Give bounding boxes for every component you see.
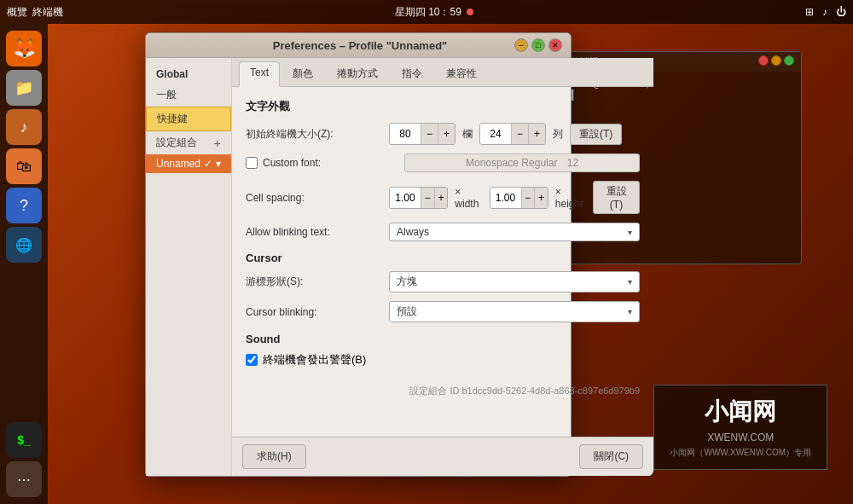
taskbar: 概覽 終端機 星期四 10：59 ⊞ ♪ ⏻	[0, 0, 853, 24]
rows-spinbox: − +	[479, 123, 546, 145]
sidebar-item-general[interactable]: 一般	[146, 84, 231, 107]
cell-height-plus-btn[interactable]: +	[534, 188, 548, 208]
taskbar-right: ⊞ ♪ ⏻	[805, 6, 846, 18]
cursor-shape-select[interactable]: 方塊 ▾	[389, 271, 640, 293]
add-profile-button[interactable]: +	[214, 136, 221, 150]
blink-value: Always	[397, 226, 429, 238]
dialog-content: Global 一般 快捷鍵 設定組合 + Unnamed ✓ ▾ Te	[146, 58, 571, 476]
tab-colors[interactable]: 顏色	[281, 61, 324, 86]
dock-help[interactable]: ?	[6, 188, 42, 223]
dock-apps[interactable]: ⋯	[6, 461, 42, 497]
watermark: 小闻网 XWENW.COM 小闻网（WWW.XWENW.COM）专用	[653, 385, 827, 470]
terminal-menu[interactable]: 終端機	[32, 5, 63, 20]
tab-scroll[interactable]: 捲動方式	[326, 61, 389, 86]
cursor-shape-label: 游標形狀(S):	[246, 275, 382, 289]
datetime: 星期四 10：59	[395, 6, 461, 18]
custom-font-checkbox[interactable]	[246, 157, 258, 169]
section-appearance-title: 文字外觀	[246, 99, 640, 114]
watermark-sub-text: XWENW.COM	[670, 432, 811, 443]
watermark-bottom-text: 小闻网（WWW.XWENW.COM）专用	[670, 447, 811, 459]
cell-width-unit: × width	[455, 186, 482, 210]
blink-row: Allow blinking text: Always ▾	[246, 223, 640, 241]
cell-width-minus-btn[interactable]: −	[421, 188, 434, 208]
section-sound-title: Sound	[246, 333, 640, 345]
font-display: Monospace Regular 12	[404, 154, 640, 172]
custom-font-row: Custom font: Monospace Regular 12	[246, 154, 640, 172]
profile-check-icon: ✓	[204, 158, 212, 170]
cell-reset-button[interactable]: 重設(T)	[593, 181, 640, 214]
cols-value[interactable]	[390, 126, 421, 142]
dock-system[interactable]: 🌐	[6, 227, 42, 263]
rows-plus-btn[interactable]: +	[528, 124, 545, 144]
cursor-blink-value: 預設	[397, 304, 417, 319]
tab-text[interactable]: Text	[239, 61, 280, 87]
sidebar-profiles-header: 設定組合 +	[146, 131, 231, 154]
cell-height-value[interactable]	[490, 190, 521, 206]
network-icon[interactable]: ⊞	[805, 6, 814, 18]
profiles-label: 設定組合	[156, 136, 197, 150]
section-cursor-title: Cursor	[246, 252, 640, 264]
rows-value[interactable]	[480, 126, 511, 142]
cols-minus-btn[interactable]: −	[421, 124, 438, 144]
cols-unit: 欄	[462, 127, 473, 142]
dialog-window: Preferences – Profile "Unnamed" – □ ✕ Gl…	[145, 32, 572, 477]
cell-width-spinbox: − +	[389, 187, 448, 209]
cell-spacing-label: Cell spacing:	[246, 192, 382, 204]
blink-label: Allow blinking text:	[246, 226, 382, 238]
tab-compat[interactable]: 兼容性	[435, 61, 488, 86]
cell-height-spinbox: − +	[490, 187, 548, 209]
initial-size-label: 初始終端機大小(Z):	[246, 127, 382, 142]
tabs-bar: Text 顏色 捲動方式 指令 兼容性	[232, 58, 653, 87]
tab-command[interactable]: 指令	[391, 61, 433, 86]
cell-height-minus-btn[interactable]: −	[521, 188, 535, 208]
cols-plus-btn[interactable]: +	[438, 124, 455, 144]
global-section-title: Global	[146, 65, 231, 84]
dock-firefox[interactable]: 🦊	[6, 31, 42, 67]
profile-id-label: 設定組合 ID b1dcc9dd-5262-4d8d-a863-c897e6d9…	[409, 385, 640, 396]
power-icon[interactable]: ⏻	[836, 6, 846, 18]
size-reset-button[interactable]: 重設(T)	[570, 124, 622, 145]
dialog-footer: 求助(H) 關閉(C)	[232, 437, 653, 476]
sidebar-profile-unnamed[interactable]: Unnamed ✓ ▾	[146, 154, 231, 173]
bg-min	[771, 55, 781, 66]
blink-select[interactable]: Always ▾	[389, 223, 640, 241]
overview-label[interactable]: 概覽	[7, 5, 27, 20]
help-button[interactable]: 求助(H)	[242, 444, 306, 469]
sidebar-dock: 🦊 📁 ♪ 🛍 ? 🌐 $_ ⋯	[0, 24, 48, 504]
cursor-blink-arrow-icon: ▾	[628, 307, 632, 316]
dialog-title: Preferences – Profile "Unnamed"	[206, 39, 514, 52]
taskbar-left: 概覽 終端機	[7, 5, 63, 20]
dock-files[interactable]: 📁	[6, 70, 42, 106]
dock-terminal[interactable]: $_	[6, 422, 42, 458]
close-button[interactable]: ✕	[548, 38, 562, 52]
notification-dot	[467, 9, 473, 15]
cell-width-plus-btn[interactable]: +	[434, 188, 448, 208]
tab-content-text: 文字外觀 初始終端機大小(Z): − + 欄 − +	[232, 87, 653, 437]
bell-row: 終端機會發出警聲(B)	[246, 352, 640, 368]
left-sidebar: Global 一般 快捷鍵 設定組合 + Unnamed ✓ ▾	[146, 58, 232, 476]
font-size-display: 12	[567, 157, 578, 169]
custom-font-label: Custom font:	[263, 157, 399, 169]
cursor-shape-row: 游標形狀(S): 方塊 ▾	[246, 271, 640, 293]
dialog-close-button[interactable]: 關閉(C)	[579, 444, 643, 469]
bell-label: 終端機會發出警聲(B)	[263, 352, 366, 368]
cell-spacing-row: Cell spacing: − + × width − + × height	[246, 181, 640, 214]
profile-arrow: ▾	[216, 158, 221, 170]
dock-music[interactable]: ♪	[6, 109, 42, 145]
cursor-blink-row: Cursor blinking: 預設 ▾	[246, 301, 640, 322]
bell-checkbox[interactable]	[246, 354, 258, 366]
rows-minus-btn[interactable]: −	[511, 124, 528, 144]
maximize-button[interactable]: □	[531, 38, 545, 52]
bg-max	[784, 55, 794, 66]
dock-software[interactable]: 🛍	[6, 148, 42, 184]
bg-close	[758, 55, 769, 66]
profile-id-row: 設定組合 ID b1dcc9dd-5262-4d8d-a863-c897e6d9…	[246, 376, 640, 401]
volume-icon[interactable]: ♪	[822, 6, 827, 18]
watermark-main-text: 小闻网	[670, 396, 811, 428]
sidebar-item-shortcuts[interactable]: 快捷鍵	[146, 107, 231, 131]
cell-width-value[interactable]	[390, 190, 421, 206]
cursor-blink-select[interactable]: 預設 ▾	[389, 301, 640, 322]
dialog-titlebar: Preferences – Profile "Unnamed" – □ ✕	[146, 33, 571, 58]
minimize-button[interactable]: –	[514, 38, 528, 52]
rows-unit: 列	[553, 127, 563, 142]
